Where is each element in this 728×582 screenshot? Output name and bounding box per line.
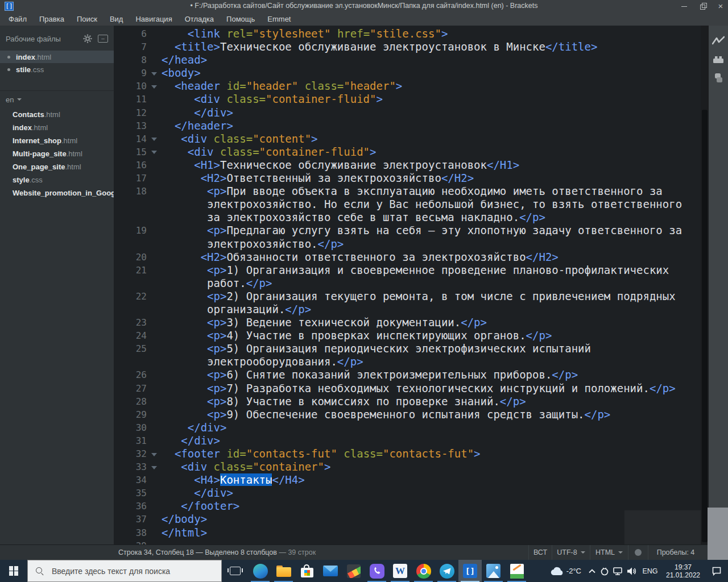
taskbar-app-telegram[interactable] xyxy=(435,560,458,582)
line-number[interactable]: 8 xyxy=(114,53,147,66)
code-row[interactable]: 17<H2>Ответственный за электрохозяйство<… xyxy=(114,172,701,185)
scrollbar-thumb[interactable] xyxy=(702,110,708,542)
project-dropdown[interactable]: en xyxy=(0,91,114,108)
code-row[interactable]: электрохозяйство. Но если у Вас небольшо… xyxy=(114,198,701,211)
gear-icon[interactable] xyxy=(83,34,92,43)
taskbar-app-mail[interactable] xyxy=(318,560,342,582)
code-row[interactable]: 11<div class="container-fluid"> xyxy=(114,93,701,106)
line-number[interactable]: 22 xyxy=(114,290,147,303)
restore-icon[interactable] xyxy=(698,2,706,10)
line-number[interactable]: 16 xyxy=(114,159,147,172)
start-button[interactable] xyxy=(0,560,27,582)
code-row[interactable]: 25<p>5) Организация периодических электр… xyxy=(114,342,701,355)
volume-icon[interactable] xyxy=(624,560,639,582)
code-row[interactable]: 30</div> xyxy=(114,421,701,434)
line-number[interactable]: 36 xyxy=(114,500,147,513)
project-file-item[interactable]: index.html xyxy=(0,121,114,134)
menu-item[interactable]: Помощь xyxy=(220,13,261,26)
line-number[interactable]: 6 xyxy=(114,27,147,40)
line-number[interactable]: 26 xyxy=(114,368,147,381)
line-number[interactable]: 21 xyxy=(114,264,147,277)
lint-status-icon[interactable] xyxy=(628,545,648,560)
code-row[interactable]: 22<p>2) Организация текущего ремонта, в … xyxy=(114,290,701,303)
code-row[interactable]: 28<p>8) Участие в комиссиях по проверке … xyxy=(114,395,701,408)
line-number[interactable]: 33 xyxy=(114,460,147,473)
clock[interactable]: 19:37 21.01.2022 xyxy=(661,560,705,582)
working-file-item[interactable]: index.html xyxy=(0,51,114,63)
code-row[interactable]: 38</html> xyxy=(114,526,701,539)
menu-item[interactable]: Вид xyxy=(104,13,130,26)
taskbar-app-microsoft-store[interactable] xyxy=(295,560,318,582)
line-number[interactable]: 13 xyxy=(114,119,147,132)
code-row[interactable]: 13</header> xyxy=(114,119,701,132)
taskbar-app-graphics-editor[interactable] xyxy=(342,560,365,582)
line-number[interactable] xyxy=(114,277,147,290)
code-editor[interactable]: 6<link rel="stylesheet" href="stile.css"… xyxy=(114,26,701,544)
code-row[interactable]: организаций.</p> xyxy=(114,303,701,316)
code-row[interactable]: 16<H1>Техническое обслуживание электроус… xyxy=(114,159,701,172)
code-row[interactable]: электрохозяйство.</p> xyxy=(114,238,701,251)
line-number[interactable]: 31 xyxy=(114,434,147,447)
project-file-item[interactable]: Internet_shop.html xyxy=(0,134,114,147)
action-center-icon[interactable] xyxy=(705,560,728,582)
line-number[interactable]: 11 xyxy=(114,93,147,106)
code-row[interactable]: 33<div class="container"> xyxy=(114,460,701,473)
taskbar-app-text-editor[interactable] xyxy=(505,560,528,582)
line-number[interactable]: 7 xyxy=(114,40,147,53)
fold-arrow-icon[interactable] xyxy=(147,132,162,146)
code-row[interactable]: 32<footer id="contacts-fut" class="conta… xyxy=(114,447,701,460)
project-file-item[interactable]: style.css xyxy=(0,173,114,186)
line-number[interactable]: 25 xyxy=(114,342,147,355)
minimize-icon[interactable] xyxy=(680,2,688,10)
menu-item[interactable]: Навигация xyxy=(129,13,178,26)
code-row[interactable]: 39 xyxy=(114,539,701,544)
line-number[interactable]: 20 xyxy=(114,251,147,264)
fold-arrow-icon[interactable] xyxy=(147,447,162,460)
code-row[interactable]: 36</footer> xyxy=(114,500,701,513)
menu-item[interactable]: Поиск xyxy=(71,13,104,26)
extension-manager-icon[interactable] xyxy=(712,54,725,64)
line-number[interactable]: 12 xyxy=(114,106,147,119)
code-row[interactable]: 24<p>4) Участие в проверках инспектирующ… xyxy=(114,329,701,342)
fold-arrow-icon[interactable] xyxy=(147,66,162,80)
code-row[interactable]: 19<p>Предлагаю услугу взять на себя — эт… xyxy=(114,224,701,237)
line-number[interactable] xyxy=(114,238,147,251)
line-number[interactable]: 27 xyxy=(114,382,147,395)
fold-arrow-icon[interactable] xyxy=(147,460,162,473)
line-number[interactable]: 37 xyxy=(114,513,147,526)
code-row[interactable]: 29<p>9) Обеспечение своевременного испыт… xyxy=(114,408,701,421)
line-number[interactable]: 19 xyxy=(114,224,147,237)
search-input[interactable] xyxy=(51,566,201,576)
code-row[interactable]: 10<header id="header" class="header"> xyxy=(114,80,701,93)
taskbar-app-viber[interactable] xyxy=(365,560,388,582)
line-number[interactable]: 28 xyxy=(114,395,147,408)
close-icon[interactable]: × xyxy=(717,2,725,10)
line-number[interactable]: 18 xyxy=(114,185,147,198)
line-number[interactable]: 17 xyxy=(114,172,147,185)
code-row[interactable]: 18<p>При вводе объекта в эксплуатацию не… xyxy=(114,185,701,198)
code-row[interactable]: 8</head> xyxy=(114,53,701,66)
project-file-item[interactable]: Contacts.html xyxy=(0,108,114,121)
code-row[interactable]: 14<div class="content"> xyxy=(114,132,701,146)
language-selector[interactable]: HTML xyxy=(590,545,628,560)
line-number[interactable]: 10 xyxy=(114,80,147,93)
code-row[interactable]: 9<body> xyxy=(114,66,701,80)
code-row[interactable]: 21<p>1) Оргаганизация и своевременное пр… xyxy=(114,264,701,277)
code-row[interactable]: 12</div> xyxy=(114,106,701,119)
weather-cloud-icon[interactable] xyxy=(551,560,564,582)
taskbar-app-chrome[interactable] xyxy=(412,560,435,582)
fold-arrow-icon[interactable] xyxy=(147,80,162,93)
code-row[interactable]: 31</div> xyxy=(114,434,701,447)
tray-circle-icon[interactable] xyxy=(598,560,611,582)
line-number[interactable]: 15 xyxy=(114,146,147,159)
code-row[interactable]: 23<p>3) Ведение технической документации… xyxy=(114,316,701,329)
taskbar-app-file-explorer[interactable] xyxy=(272,560,295,582)
network-icon[interactable] xyxy=(611,560,624,582)
line-number[interactable] xyxy=(114,211,147,224)
line-number[interactable]: 30 xyxy=(114,421,147,434)
encoding-selector[interactable]: UTF-8 xyxy=(552,545,590,560)
line-number[interactable]: 29 xyxy=(114,408,147,421)
indent-setting[interactable]: Пробелы: 4 xyxy=(648,545,703,560)
code-row[interactable]: работ.</p> xyxy=(114,277,701,290)
line-number[interactable]: 34 xyxy=(114,473,147,487)
